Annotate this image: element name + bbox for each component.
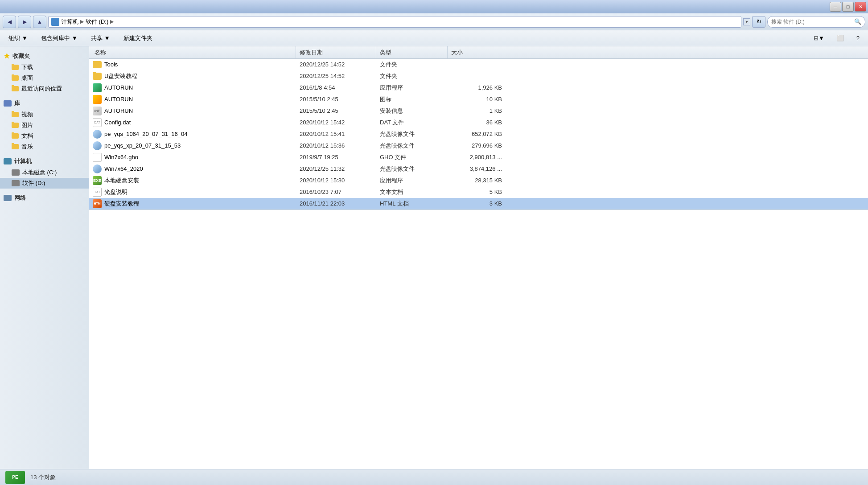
- sidebar-item-pictures[interactable]: 图片: [0, 120, 89, 131]
- sidebar-item-desktop[interactable]: 桌面: [0, 73, 89, 83]
- share-arrow-icon: ▼: [104, 35, 110, 41]
- table-row[interactable]: pe_yqs_1064_20_07_31_16_04 2020/10/12 15…: [89, 128, 868, 140]
- music-label: 音乐: [21, 143, 33, 151]
- file-type-cell: 文件夹: [376, 61, 448, 69]
- sidebar-item-music[interactable]: 音乐: [0, 141, 89, 152]
- file-date-cell: 2020/10/12 15:30: [296, 177, 376, 184]
- maximize-button[interactable]: □: [842, 2, 854, 12]
- table-row[interactable]: HTM 硬盘安装教程 2016/11/21 22:03 HTML 文档 3 KB: [89, 198, 868, 210]
- back-button[interactable]: ◀: [3, 16, 16, 28]
- table-row[interactable]: Tools 2020/12/25 14:52 文件夹: [89, 59, 868, 70]
- file-date-cell: 2020/12/25 14:52: [296, 61, 376, 68]
- file-name-cell: AUTORUN: [91, 83, 296, 92]
- app-icon: EXE: [93, 176, 102, 185]
- drive-d-icon: [12, 180, 20, 186]
- column-modified[interactable]: 修改日期: [296, 46, 376, 58]
- include-library-label: 包含到库中: [41, 34, 70, 42]
- table-row[interactable]: EXE 本地硬盘安装 2020/10/12 15:30 应用程序 28,315 …: [89, 175, 868, 186]
- table-row[interactable]: DAT Config.dat 2020/10/12 15:42 DAT 文件 3…: [89, 117, 868, 128]
- sidebar-favorites-section: ★ 收藏夹 下载 桌面 最近访问的位置: [0, 50, 89, 94]
- desktop-label: 桌面: [21, 74, 33, 82]
- column-size[interactable]: 大小: [448, 46, 506, 58]
- favorites-label: 收藏夹: [12, 52, 30, 60]
- drive-d-label: 软件 (D:): [22, 179, 45, 187]
- search-icon[interactable]: 🔍: [854, 18, 861, 25]
- sidebar-item-downloads[interactable]: 下载: [0, 62, 89, 73]
- file-name: Win7x64.gho: [104, 154, 138, 160]
- file-name: Tools: [104, 61, 118, 68]
- new-folder-button[interactable]: 新建文件夹: [119, 32, 157, 45]
- sidebar-library-section: 库 视频 图片 文档 音乐: [0, 98, 89, 152]
- up-button[interactable]: ▲: [33, 16, 46, 28]
- column-name[interactable]: 名称: [91, 46, 296, 58]
- file-size-cell: 3,874,126 ...: [448, 165, 506, 172]
- organize-button[interactable]: 组织 ▼: [4, 32, 33, 45]
- breadcrumb-computer-icon: [51, 18, 59, 26]
- recent-label: 最近访问的位置: [21, 85, 62, 93]
- table-row[interactable]: Win7x64_2020 2020/12/25 11:32 光盘映像文件 3,8…: [89, 163, 868, 175]
- search-input[interactable]: [771, 19, 852, 25]
- breadcrumb-computer[interactable]: 计算机: [61, 18, 78, 26]
- new-folder-label: 新建文件夹: [123, 34, 152, 42]
- file-size-cell: 3 KB: [448, 200, 506, 207]
- breadcrumb: 计算机 ▶ 软件 (D:) ▶: [48, 16, 741, 28]
- table-row[interactable]: Win7x64.gho 2019/9/7 19:25 GHO 文件 2,900,…: [89, 152, 868, 163]
- network-label: 网络: [14, 194, 26, 202]
- file-date-cell: 2015/5/10 2:45: [296, 96, 376, 103]
- table-row[interactable]: INF AUTORUN 2015/5/10 2:45 安装信息 1 KB: [89, 105, 868, 117]
- file-type-cell: 文件夹: [376, 72, 448, 80]
- table-row[interactable]: U盘安装教程 2020/12/25 14:52 文件夹: [89, 70, 868, 82]
- forward-button[interactable]: ▶: [18, 16, 31, 28]
- sidebar-item-recent[interactable]: 最近访问的位置: [0, 83, 89, 94]
- dropdown-button[interactable]: ▼: [743, 18, 750, 25]
- breadcrumb-drive[interactable]: 软件 (D:): [86, 18, 108, 26]
- table-row[interactable]: TXT 光盘说明 2016/10/23 7:07 文本文档 5 KB: [89, 186, 868, 198]
- documents-icon: [12, 133, 19, 139]
- file-name-cell: pe_yqs_1064_20_07_31_16_04: [91, 130, 296, 139]
- preview-pane-button[interactable]: ⬜: [832, 32, 849, 45]
- autorun-exe-icon: [93, 83, 102, 92]
- breadcrumb-end-arrow: ▶: [110, 19, 114, 25]
- sidebar-item-local-c[interactable]: 本地磁盘 (C:): [0, 167, 89, 178]
- address-bar: ◀ ▶ ▲ 计算机 ▶ 软件 (D:) ▶ ▼ ↻ 🔍: [0, 13, 868, 30]
- views-button[interactable]: ⊞▼: [809, 32, 829, 45]
- status-count: 13 个对象: [30, 473, 56, 481]
- recent-folder-icon: [12, 86, 19, 91]
- sidebar-item-documents[interactable]: 文档: [0, 131, 89, 141]
- file-size-cell: 652,072 KB: [448, 131, 506, 137]
- library-label: 库: [14, 99, 20, 107]
- file-type-cell: 光盘映像文件: [376, 130, 448, 138]
- file-name: pe_yqs_1064_20_07_31_16_04: [104, 131, 188, 137]
- documents-label: 文档: [21, 132, 33, 140]
- help-button[interactable]: ?: [852, 32, 864, 45]
- organize-arrow-icon: ▼: [22, 35, 28, 41]
- file-name-cell: TXT 光盘说明: [91, 188, 296, 197]
- status-logo: PE: [5, 471, 25, 484]
- pictures-icon: [12, 123, 19, 128]
- file-size-cell: 36 KB: [448, 119, 506, 126]
- inf-icon: INF: [93, 107, 102, 115]
- table-row[interactable]: pe_yqs_xp_20_07_31_15_53 2020/10/12 15:3…: [89, 140, 868, 152]
- txt-icon: TXT: [93, 188, 102, 197]
- file-date-cell: 2015/5/10 2:45: [296, 107, 376, 114]
- close-button[interactable]: ✕: [855, 2, 866, 12]
- toolbar: 组织 ▼ 包含到库中 ▼ 共享 ▼ 新建文件夹 ⊞▼ ⬜ ?: [0, 30, 868, 46]
- sidebar-favorites-header[interactable]: ★ 收藏夹: [0, 50, 89, 62]
- column-type[interactable]: 类型: [376, 46, 448, 58]
- refresh-button[interactable]: ↻: [752, 16, 765, 28]
- sidebar-computer-header[interactable]: 计算机: [0, 156, 89, 167]
- sidebar-item-drive-d[interactable]: 软件 (D:): [0, 178, 89, 189]
- file-size-cell: 10 KB: [448, 96, 506, 103]
- sidebar-item-videos[interactable]: 视频: [0, 109, 89, 120]
- library-icon: [4, 100, 12, 107]
- table-row[interactable]: AUTORUN 2016/1/8 4:54 应用程序 1,926 KB: [89, 82, 868, 94]
- file-name: 光盘说明: [104, 188, 128, 196]
- sidebar-network-header[interactable]: 网络: [0, 192, 89, 204]
- file-list-area: 名称 修改日期 类型 大小 Tools 2020/12/25 14:52 文件夹…: [89, 46, 868, 469]
- table-row[interactable]: AUTORUN 2015/5/10 2:45 图标 10 KB: [89, 94, 868, 105]
- minimize-button[interactable]: ─: [830, 2, 841, 12]
- dat-icon: DAT: [93, 118, 102, 127]
- share-button[interactable]: 共享 ▼: [86, 32, 115, 45]
- include-library-button[interactable]: 包含到库中 ▼: [36, 32, 82, 45]
- sidebar-library-header[interactable]: 库: [0, 98, 89, 109]
